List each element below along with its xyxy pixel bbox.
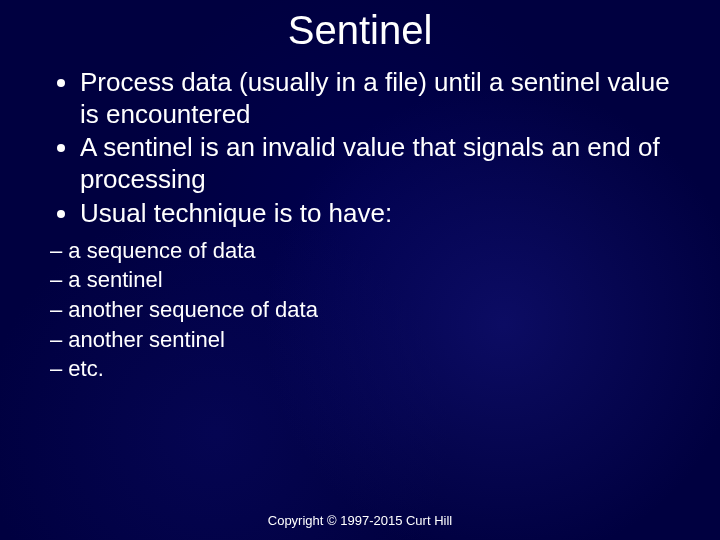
sub-item: another sentinel — [50, 325, 720, 355]
sub-item: a sentinel — [50, 265, 720, 295]
sub-item: another sequence of data — [50, 295, 720, 325]
sub-item: a sequence of data — [50, 236, 720, 266]
sub-list: a sequence of data a sentinel another se… — [0, 236, 720, 384]
bullet-item: Process data (usually in a file) until a… — [80, 67, 680, 130]
sub-item: etc. — [50, 354, 720, 384]
bullet-item: Usual technique is to have: — [80, 198, 680, 230]
slide-title: Sentinel — [0, 8, 720, 53]
bullet-list: Process data (usually in a file) until a… — [50, 67, 680, 230]
bullet-item: A sentinel is an invalid value that sign… — [80, 132, 680, 195]
copyright-footer: Copyright © 1997-2015 Curt Hill — [0, 513, 720, 528]
